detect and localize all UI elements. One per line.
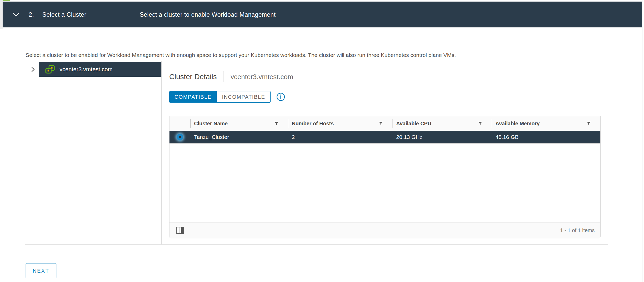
previous-step-green-fragment [2, 0, 10, 1]
column-header-cluster-name[interactable]: Cluster Name [190, 116, 288, 131]
cell-number-of-hosts: 2 [288, 131, 393, 143]
step-description: Select a cluster to be enabled for Workl… [26, 52, 456, 58]
cell-available-cpu: 20.13 GHz [393, 131, 492, 143]
column-settings-icon[interactable] [176, 227, 184, 234]
table-footer: 1 - 1 of 1 items [169, 222, 600, 238]
details-context: vcenter3.vmtest.com [231, 73, 293, 81]
incompatible-toggle-button[interactable]: INCOMPATIBLE [216, 91, 270, 102]
table-empty-space [169, 144, 600, 222]
title-divider [224, 71, 224, 82]
cell-available-memory: 45.16 GB [492, 131, 600, 143]
row-radio-cell [169, 131, 190, 143]
compatible-toggle-button[interactable]: COMPATIBLE [169, 91, 216, 102]
tree-item-vcenter[interactable]: vcenter3.vmtest.com [39, 62, 161, 77]
compatibility-filter-row: COMPATIBLE INCOMPATIBLE [169, 91, 601, 103]
column-header-available-memory[interactable]: Available Memory [492, 116, 600, 131]
cluster-details-pane: Cluster Details vcenter3.vmtest.com COMP… [162, 61, 608, 244]
items-count-label: 1 - 1 of 1 items [560, 227, 595, 233]
table-row-tanzu-cluster[interactable]: Tanzu_Cluster 2 20.13 GHz 45.16 GB [169, 131, 600, 144]
radio-column-header [169, 116, 190, 131]
column-header-available-cpu[interactable]: Available CPU [393, 116, 492, 131]
right-edge-divider [642, 0, 642, 282]
cluster-selection-panel: vcenter3.vmtest.com Cluster Details vcen… [25, 61, 608, 245]
step-number: 2. [29, 11, 34, 18]
info-icon[interactable] [276, 92, 285, 101]
vcenter-icon [45, 65, 55, 74]
details-header: Cluster Details vcenter3.vmtest.com [169, 71, 601, 83]
next-button[interactable]: NEXT [26, 263, 56, 278]
chevron-down-icon[interactable] [13, 12, 20, 17]
filter-icon[interactable] [274, 122, 279, 126]
clusters-table: Cluster Name Number of Hosts Available C… [169, 116, 601, 238]
filter-icon[interactable] [478, 122, 482, 126]
wizard-step-header[interactable]: 2. Select a Cluster Select a cluster to … [3, 2, 642, 27]
inventory-tree-pane: vcenter3.vmtest.com [25, 61, 162, 244]
filter-icon[interactable] [379, 122, 383, 126]
tree-item-label: vcenter3.vmtest.com [60, 66, 113, 73]
row-radio-selected[interactable] [177, 134, 183, 140]
step-title: Select a Cluster [42, 11, 86, 18]
filter-icon[interactable] [587, 122, 591, 126]
workload-management-wizard-step: 2. Select a Cluster Select a cluster to … [0, 0, 644, 282]
details-title: Cluster Details [169, 73, 217, 81]
table-header-row: Cluster Name Number of Hosts Available C… [169, 116, 600, 131]
left-gutter [0, 0, 3, 29]
compatibility-toggle-group: COMPATIBLE INCOMPATIBLE [169, 91, 271, 103]
chevron-right-icon[interactable] [30, 66, 36, 73]
column-header-number-of-hosts[interactable]: Number of Hosts [288, 116, 393, 131]
cell-cluster-name: Tanzu_Cluster [190, 131, 288, 143]
step-subtitle: Select a cluster to enable Workload Mana… [140, 11, 276, 18]
